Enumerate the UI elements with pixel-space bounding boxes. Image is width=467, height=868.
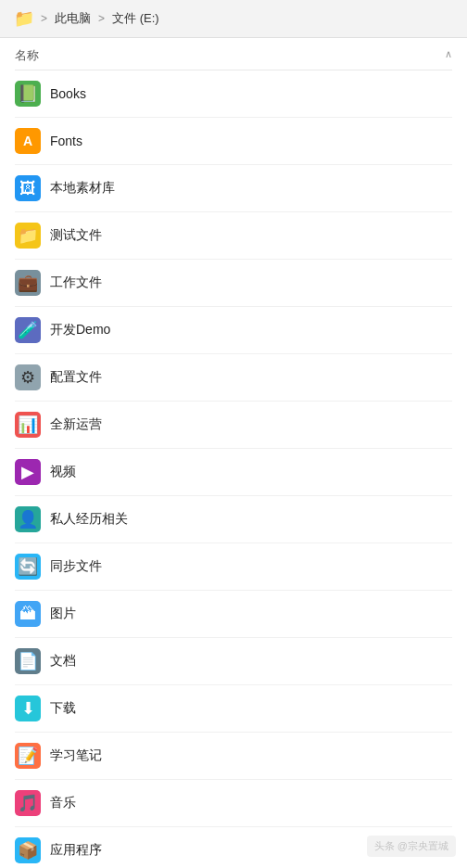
name-video: 视频 <box>50 464 76 480</box>
column-name-label: 名称 <box>15 47 452 64</box>
name-apps: 应用程序 <box>50 842 102 859</box>
list-item[interactable]: 📄文档 <box>15 638 452 685</box>
list-item[interactable]: ⬇下载 <box>15 685 452 733</box>
name-test-file: 测试文件 <box>50 227 102 244</box>
title-bar: 📁 > 此电脑 > 文件 (E:) <box>0 0 467 38</box>
name-fonts: Fonts <box>50 134 82 148</box>
list-item[interactable]: 🎵音乐 <box>15 780 452 827</box>
name-config-file: 配置文件 <box>50 369 102 386</box>
content-area: 名称 ∧ 📗BooksAFonts🖼本地素材库📁测试文件💼工作文件🧪开发Demo… <box>0 38 467 868</box>
icon-picture: 🏔 <box>15 601 41 627</box>
icon-download: ⬇ <box>15 696 41 721</box>
name-local-material: 本地素材库 <box>50 180 115 197</box>
icon-document: 📄 <box>15 648 41 674</box>
separator-2: > <box>98 12 105 25</box>
icon-new-ops: 📊 <box>15 412 41 438</box>
file-list: 📗BooksAFonts🖼本地素材库📁测试文件💼工作文件🧪开发Demo⚙配置文件… <box>15 70 452 868</box>
name-work-file: 工作文件 <box>50 274 102 291</box>
breadcrumb-level2[interactable]: 文件 (E:) <box>112 10 159 27</box>
icon-apps: 📦 <box>15 837 41 863</box>
list-item[interactable]: AFonts <box>15 118 452 165</box>
column-header: 名称 ∧ <box>15 38 452 70</box>
folder-icon: 📁 <box>15 9 33 28</box>
icon-sync-file: 🔄 <box>15 554 41 580</box>
name-study-notes: 学习笔记 <box>50 747 102 764</box>
name-document: 文档 <box>50 653 76 670</box>
icon-fonts: A <box>15 128 41 154</box>
name-books: Books <box>50 86 86 101</box>
icon-personal: 👤 <box>15 506 41 532</box>
breadcrumb-level1[interactable]: 此电脑 <box>55 10 91 27</box>
list-item[interactable]: 🖼本地素材库 <box>15 165 452 212</box>
list-item[interactable]: 📁测试文件 <box>15 212 452 260</box>
list-item[interactable]: 📊全新运营 <box>15 402 452 449</box>
icon-video: ▶ <box>15 459 41 485</box>
icon-music: 🎵 <box>15 790 41 816</box>
separator-1: > <box>41 12 47 25</box>
icon-config-file: ⚙ <box>15 364 41 390</box>
list-item[interactable]: 👤私人经历相关 <box>15 496 452 543</box>
list-item[interactable]: 🧪开发Demo <box>15 307 452 354</box>
list-item[interactable]: 🔄同步文件 <box>15 543 452 591</box>
icon-test-file: 📁 <box>15 223 41 249</box>
list-item[interactable]: ▶视频 <box>15 449 452 496</box>
sort-icon[interactable]: ∧ <box>445 48 452 60</box>
name-music: 音乐 <box>50 795 76 811</box>
icon-dev-demo: 🧪 <box>15 317 41 343</box>
name-personal: 私人经历相关 <box>50 511 128 528</box>
list-item[interactable]: 💼工作文件 <box>15 260 452 307</box>
list-item[interactable]: 🏔图片 <box>15 591 452 638</box>
name-download: 下载 <box>50 700 76 717</box>
icon-local-material: 🖼 <box>15 175 41 201</box>
icon-study-notes: 📝 <box>15 743 41 769</box>
list-item[interactable]: ⚙配置文件 <box>15 354 452 402</box>
name-picture: 图片 <box>50 606 76 622</box>
icon-books: 📗 <box>15 81 41 107</box>
list-item[interactable]: 📝学习笔记 <box>15 733 452 780</box>
list-item[interactable]: 📗Books <box>15 70 452 118</box>
watermark: 头条 @宗央置城 <box>367 836 456 857</box>
name-dev-demo: 开发Demo <box>50 322 110 338</box>
icon-work-file: 💼 <box>15 270 41 296</box>
name-new-ops: 全新运营 <box>50 416 102 433</box>
name-sync-file: 同步文件 <box>50 558 102 575</box>
